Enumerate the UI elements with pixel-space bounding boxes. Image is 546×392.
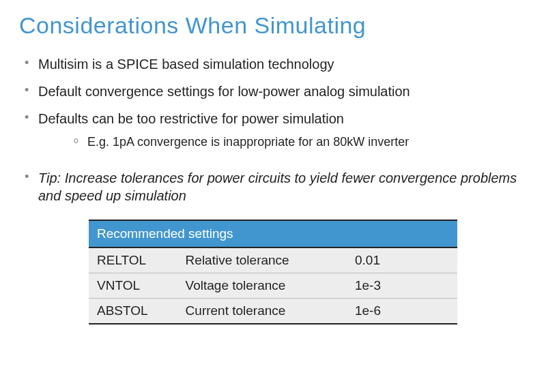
- cell-desc: Current tolerance: [177, 299, 347, 325]
- bullet-text: Defaults can be too restrictive for powe…: [38, 111, 344, 126]
- cell-param: ABSTOL: [89, 299, 177, 325]
- bullet-list: Multisim is a SPICE based simulation tec…: [22, 55, 527, 205]
- sub-bullet-item: E.g. 1pA convergence is inappropriate fo…: [74, 134, 527, 150]
- cell-param: RELTOL: [89, 247, 177, 273]
- settings-table-wrap: Recommended settings RELTOL Relative tol…: [89, 220, 457, 325]
- table-row: ABSTOL Current tolerance 1e-6: [89, 299, 457, 325]
- bullet-item: Default convergence settings for low-pow…: [22, 82, 527, 100]
- cell-desc: Voltage tolerance: [177, 273, 347, 299]
- cell-desc: Relative tolerance: [177, 247, 347, 273]
- tip-item: Tip: Increase tolerances for power circu…: [22, 169, 527, 205]
- sub-bullet-list: E.g. 1pA convergence is inappropriate fo…: [74, 134, 527, 150]
- cell-val: 0.01: [347, 247, 457, 273]
- page-title: Considerations When Simulating: [19, 12, 527, 39]
- settings-table: Recommended settings RELTOL Relative tol…: [89, 220, 457, 325]
- cell-val: 1e-6: [347, 299, 457, 325]
- bullet-item: Defaults can be too restrictive for powe…: [22, 110, 527, 150]
- table-row: RELTOL Relative tolerance 0.01: [89, 247, 457, 273]
- cell-param: VNTOL: [89, 273, 177, 299]
- bullet-item: Multisim is a SPICE based simulation tec…: [22, 55, 527, 73]
- table-row: VNTOL Voltage tolerance 1e-3: [89, 273, 457, 299]
- table-header: Recommended settings: [89, 220, 457, 247]
- cell-val: 1e-3: [347, 273, 457, 299]
